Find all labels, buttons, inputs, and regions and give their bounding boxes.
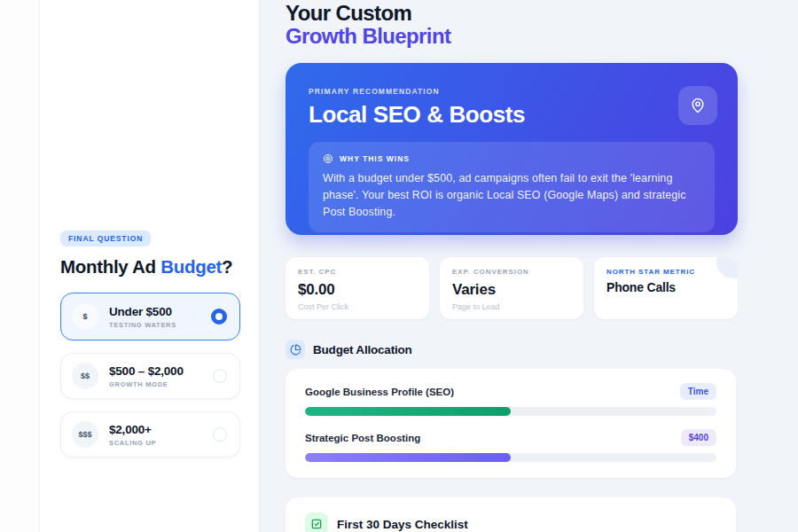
progress-fill-boosting — [305, 453, 511, 462]
progress-track — [305, 407, 716, 416]
option-sublabel: TESTING WATERS — [109, 321, 211, 329]
budget-allocation-title: Budget Allocation — [313, 343, 412, 356]
allocation-badge: Time — [680, 383, 716, 400]
location-pin-icon — [678, 86, 717, 125]
why-this-wins-box: WHY THIS WINS With a budget under $500, … — [309, 142, 715, 232]
option-sublabel: SCALING UP — [109, 439, 213, 447]
metric-card-conversion: EXP. CONVERSION Varies Page to Lead — [440, 257, 583, 319]
results-panel: Your Custom Growth Blueprint PRIMARY REC… — [260, 0, 798, 532]
progress-fill-seo — [305, 407, 511, 416]
question-title: Monthly Ad Budget? — [60, 256, 239, 278]
target-icon — [323, 153, 333, 164]
double-dollar-icon: $$ — [72, 363, 98, 389]
left-rail — [0, 0, 40, 532]
budget-option-under-500[interactable]: $ Under $500 TESTING WATERS — [60, 293, 240, 340]
recommendation-eyebrow: PRIMARY RECOMMENDATION — [309, 87, 715, 96]
allocation-badge: $400 — [681, 429, 716, 446]
page-title-line2: Growth Blueprint — [286, 25, 738, 48]
metric-card-north-star: NORTH STAR METRIC Phone Calls — [594, 257, 738, 319]
option-label: $2,000+ — [109, 423, 213, 436]
page-title: Your Custom Growth Blueprint — [286, 2, 738, 48]
metric-sublabel: Cost Per Click — [298, 302, 417, 311]
option-label: Under $500 — [109, 305, 211, 318]
app-window: FINAL QUESTION Monthly Ad Budget? $ Unde… — [0, 0, 798, 532]
budget-allocation-card: Google Business Profile (SEO) Time Strat… — [286, 369, 736, 478]
budget-option-2000-plus[interactable]: $$$ $2,000+ SCALING UP — [60, 411, 240, 458]
progress-track — [305, 453, 716, 462]
metric-card-cpc: EST. CPC $0.00 Cost Per Click — [286, 257, 429, 319]
metric-value: Varies — [452, 281, 571, 299]
metric-label: EST. CPC — [298, 268, 417, 276]
sidebar: FINAL QUESTION Monthly Ad Budget? $ Unde… — [40, 0, 260, 532]
metric-value: Phone Calls — [606, 280, 725, 294]
why-this-wins-text: With a budget under $500, ad campaigns o… — [323, 170, 700, 221]
check-square-icon — [305, 512, 328, 532]
triple-dollar-icon: $$$ — [72, 421, 98, 448]
option-label: $500 – $2,000 — [109, 364, 213, 378]
metric-label: EXP. CONVERSION — [452, 268, 571, 276]
page-title-line1: Your Custom — [286, 2, 738, 25]
checklist-title: First 30 Days Checklist — [337, 518, 468, 531]
allocation-label: Google Business Profile (SEO) — [305, 387, 454, 397]
budget-allocation-header: Budget Allocation — [286, 340, 738, 359]
pie-chart-icon — [286, 340, 305, 359]
radio-selected[interactable] — [211, 309, 227, 325]
recommendation-title: Local SEO & Boosts — [309, 101, 715, 129]
first-30-days-checklist-card: First 30 Days Checklist Claim Google Bus… — [286, 497, 736, 532]
metric-value: $0.00 — [298, 281, 417, 299]
budget-option-500-2000[interactable]: $$ $500 – $2,000 GROWTH MODE — [60, 353, 240, 399]
allocation-label: Strategic Post Boosting — [305, 433, 420, 443]
radio-unselected[interactable] — [213, 427, 227, 442]
why-this-wins-label: WHY THIS WINS — [340, 154, 410, 163]
allocation-row-boosting: Strategic Post Boosting $400 — [305, 429, 716, 462]
allocation-row-seo: Google Business Profile (SEO) Time — [305, 383, 716, 416]
metric-sublabel: Page to Lead — [452, 302, 571, 311]
metric-label: NORTH STAR METRIC — [606, 268, 725, 276]
dollar-icon: $ — [72, 303, 98, 330]
primary-recommendation-card: PRIMARY RECOMMENDATION Local SEO & Boost… — [286, 63, 738, 235]
final-question-badge: FINAL QUESTION — [60, 231, 151, 246]
metrics-row: EST. CPC $0.00 Cost Per Click EXP. CONVE… — [286, 257, 738, 319]
radio-unselected[interactable] — [213, 369, 227, 383]
option-sublabel: GROWTH MODE — [109, 380, 213, 388]
